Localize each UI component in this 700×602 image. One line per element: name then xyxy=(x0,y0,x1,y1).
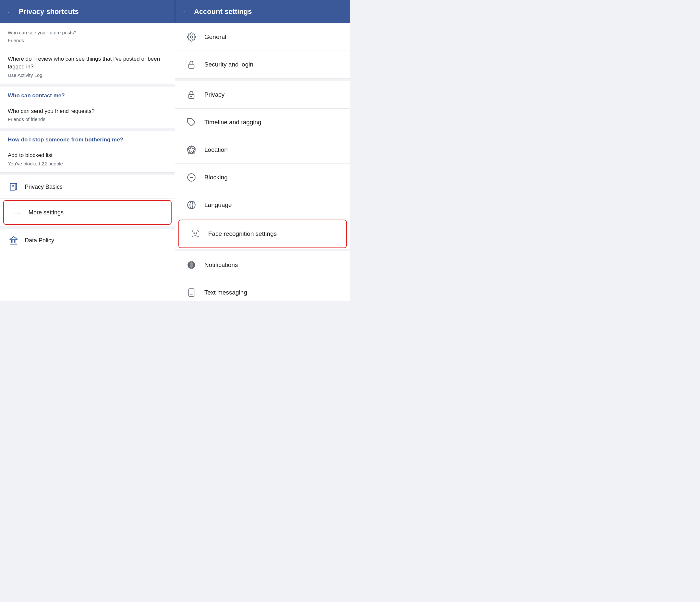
svg-marker-8 xyxy=(10,237,17,240)
blocking-item[interactable]: Blocking xyxy=(175,164,350,191)
right-header: ← Account settings xyxy=(175,0,350,23)
svg-rect-24 xyxy=(189,289,194,296)
privacy-item[interactable]: Privacy xyxy=(175,81,350,109)
blocking-answer: You've blocked 22 people xyxy=(8,161,167,167)
lock-check-icon xyxy=(185,88,198,101)
blocking-item: Add to blocked list You've blocked 22 pe… xyxy=(0,146,175,173)
timeline-label: Timeline and tagging xyxy=(204,119,261,126)
friend-request-item: Who can send you friend requests? Friend… xyxy=(0,102,175,128)
friend-request-answer: Friends of friends xyxy=(8,117,167,122)
contact-header[interactable]: Who can contact me? xyxy=(0,86,175,102)
right-panel-title: Account settings xyxy=(194,7,252,16)
lock-icon xyxy=(185,58,198,71)
face-recognition-item[interactable]: Face recognition settings xyxy=(178,220,347,248)
svg-rect-11 xyxy=(189,64,194,69)
right-divider-2 xyxy=(175,249,350,251)
blocking-label: Blocking xyxy=(204,174,228,181)
location-icon xyxy=(185,143,198,156)
general-item[interactable]: General xyxy=(175,23,350,51)
globe-filled-icon xyxy=(185,258,198,272)
friend-request-question: Who can send you friend requests? xyxy=(8,107,167,115)
first-item: Who can see your future posts? Friends xyxy=(0,23,175,49)
left-content: Who can see your future posts? Friends W… xyxy=(0,23,175,301)
left-panel: ← Privacy shortcuts Who can see your fut… xyxy=(0,0,175,301)
general-label: General xyxy=(204,33,226,41)
security-label: Security and login xyxy=(204,61,253,68)
divider-4 xyxy=(0,226,175,229)
second-item: Where do I review who can see things tha… xyxy=(0,49,175,84)
blocking-question: Add to blocked list xyxy=(8,151,167,159)
minus-circle-icon xyxy=(185,171,198,184)
notifications-item[interactable]: Notifications xyxy=(175,251,350,279)
book-icon xyxy=(8,181,20,193)
data-policy-label: Data Policy xyxy=(25,237,54,244)
security-item[interactable]: Security and login xyxy=(175,51,350,78)
first-question: Who can see your future posts? xyxy=(8,29,167,36)
divider-2 xyxy=(0,128,175,131)
more-settings-label: More settings xyxy=(28,209,64,216)
svg-point-20 xyxy=(194,233,194,233)
second-question: Where do I review who can see things tha… xyxy=(8,55,167,71)
gear-icon xyxy=(185,30,198,44)
face-recognition-label: Face recognition settings xyxy=(208,230,277,237)
text-messaging-label: Text messaging xyxy=(204,289,247,296)
left-back-arrow[interactable]: ← xyxy=(6,7,14,16)
privacy-basics-item[interactable]: Privacy Basics xyxy=(0,175,175,199)
face-icon xyxy=(189,227,202,240)
divider-3 xyxy=(0,173,175,175)
notifications-label: Notifications xyxy=(204,261,238,269)
location-label: Location xyxy=(204,146,228,153)
svg-point-10 xyxy=(191,36,193,38)
right-content: General Security and login Priv xyxy=(175,23,350,301)
privacy-label: Privacy xyxy=(204,91,224,98)
second-answer: Use Activity Log xyxy=(8,72,167,78)
data-policy-item[interactable]: Data Policy xyxy=(0,229,175,252)
globe-icon xyxy=(185,199,198,211)
left-header: ← Privacy shortcuts xyxy=(0,0,175,23)
dots-icon: ··· xyxy=(12,207,23,218)
left-panel-title: Privacy shortcuts xyxy=(19,7,79,16)
text-messaging-item[interactable]: Text messaging xyxy=(175,279,350,301)
privacy-basics-label: Privacy Basics xyxy=(25,183,62,191)
svg-point-21 xyxy=(196,233,197,233)
bothering-header[interactable]: How do I stop someone from bothering me? xyxy=(0,131,175,146)
language-label: Language xyxy=(204,201,232,208)
location-item[interactable]: Location xyxy=(175,136,350,164)
right-back-arrow[interactable]: ← xyxy=(182,7,190,16)
right-divider-1 xyxy=(175,78,350,81)
phone-icon xyxy=(185,286,198,299)
more-settings-item[interactable]: ··· More settings xyxy=(3,200,172,225)
tag-icon xyxy=(185,116,198,129)
divider-1 xyxy=(0,84,175,86)
right-panel: ← Account settings General Security and … xyxy=(175,0,350,301)
timeline-item[interactable]: Timeline and tagging xyxy=(175,109,350,136)
language-item[interactable]: Language xyxy=(175,191,350,219)
bank-icon xyxy=(8,234,20,246)
first-answer: Friends xyxy=(8,37,167,43)
